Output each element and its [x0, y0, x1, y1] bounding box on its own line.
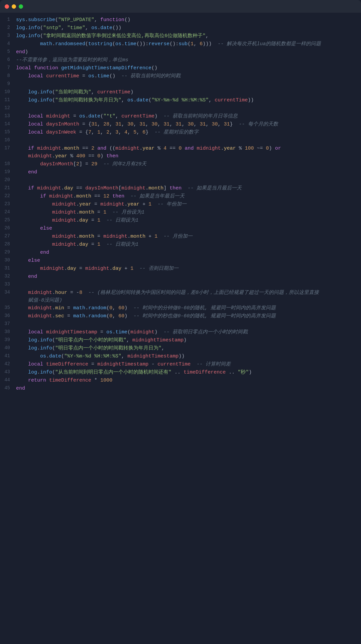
code-line: 9	[0, 80, 361, 88]
code-line: 37	[0, 320, 361, 328]
code-line: 18 daysInMonth[2] = 29 -- 闰年2月有29天	[0, 160, 361, 168]
code-line: 41 os.date("%Y-%m-%d %H:%M:%S", midnight…	[0, 352, 361, 360]
code-line: 3 log.info("拿时间戳返回的数值字串倒过来低位变高位,再取高位6位做随…	[0, 32, 361, 40]
code-line: 45 end	[0, 385, 361, 393]
code-line: 10 log.info("当前时间戳为", currentTime)	[0, 88, 361, 96]
code-line: 15 local daysInWeek = {7, 1, 2, 3, 4, 5,…	[0, 129, 361, 137]
code-line: 35 midnight.min = math.random(0, 60) -- …	[0, 304, 361, 312]
titlebar	[0, 0, 361, 13]
window: 1 sys.subscribe("NTP_UPDATE", function()…	[0, 0, 361, 644]
code-line: 6 --不需要传参，返回值为需要延时的时间，单位ms	[0, 56, 361, 64]
code-line: 16	[0, 137, 361, 145]
code-line: 2 log.info("sntp", "time", os.date())	[0, 24, 361, 32]
code-line: 30 else	[0, 257, 361, 265]
maximize-dot[interactable]	[19, 4, 23, 9]
code-line: 40 log.info("明日零点内一个小时的时间戳转换为年月日为",	[0, 344, 361, 352]
code-line: 22 if midnight.month == 12 then -- 如果是当年…	[0, 192, 361, 200]
code-line: 31 midnight.day = midnight.day + 1 -- 否则…	[0, 265, 361, 273]
code-line: 39 log.info("明日零点内一个小时的时间戳", midnightTim…	[0, 336, 361, 344]
code-line: 14 local daysInMonth = {31, 28, 31, 30, …	[0, 120, 361, 129]
code-line: 19 end	[0, 168, 361, 176]
code-line: 25 midnight.day = 1 -- 日期设为1	[0, 217, 361, 225]
code-line: 13 local midnight = os.date("*t", curren…	[0, 112, 361, 120]
code-line: 27 midnight.month = midnight.month + 1 -…	[0, 233, 361, 241]
code-line: 4 math.randomseed(tostring(os.time()):re…	[0, 40, 361, 48]
code-line: 28 midnight.day = 1 -- 日期设为1	[0, 241, 361, 249]
code-line: 7 local function getMidnightTimestampDif…	[0, 64, 361, 72]
code-line: 1 sys.subscribe("NTP_UPDATE", function()	[0, 16, 361, 24]
code-line: 42 local timeDifference = midnightTimest…	[0, 360, 361, 369]
code-line: 43 log.info("从当前时间到明日零点内一个小时的随机时间还有" .. …	[0, 369, 361, 377]
minimize-dot[interactable]	[12, 4, 16, 9]
code-line: 36 midnight.sec = math.random(0, 60) -- …	[0, 312, 361, 320]
close-dot[interactable]	[5, 4, 9, 9]
code-line: 34 midnight.hour = -8 -- (格林尼治时间转换为中国区时间…	[0, 289, 361, 305]
code-line: 44 return timeDifference * 1000	[0, 377, 361, 385]
code-line: 24 midnight.month = 1 -- 月份设为1	[0, 209, 361, 217]
code-line: 23 midnight.year = midnight.year + 1 -- …	[0, 200, 361, 209]
code-line: 12	[0, 104, 361, 112]
code-line: 26 else	[0, 225, 361, 233]
code-line: 29 end	[0, 249, 361, 257]
code-line: 38 local midnightTimestamp = os.time(mid…	[0, 328, 361, 336]
code-line: 5 end)	[0, 48, 361, 56]
code-line: 17 if midnight.month == 2 and ((midnight…	[0, 145, 361, 160]
code-area: 1 sys.subscribe("NTP_UPDATE", function()…	[0, 13, 361, 399]
code-line: 8 local currentTime = os.time() -- 获取当前时…	[0, 72, 361, 80]
code-line: 11 log.info("当前时间戳转换为年月日为", os.date("%Y-…	[0, 96, 361, 104]
code-line: 33	[0, 281, 361, 289]
code-line: 21 if midnight.day == daysInMonth[midnig…	[0, 184, 361, 192]
code-line: 20	[0, 176, 361, 184]
code-line: 32 end	[0, 273, 361, 281]
